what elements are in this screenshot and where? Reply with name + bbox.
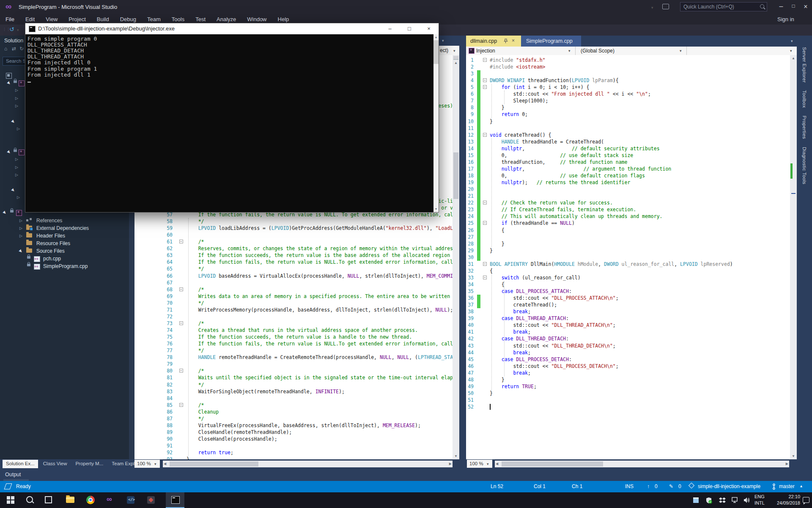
status-repo-name[interactable]: simple-dll-injection-example: [698, 483, 760, 489]
code-line[interactable]: 65 */: [129, 265, 453, 272]
fold-collapse-icon[interactable]: −: [483, 85, 487, 89]
side-tab-toolbox[interactable]: Toolbox: [802, 90, 807, 108]
fold-collapse-icon[interactable]: −: [483, 78, 487, 82]
output-panel-label[interactable]: Output: [5, 472, 21, 478]
collapsed-arrow-icon[interactable]: ▷: [15, 173, 18, 177]
pinned-app-icon[interactable]: </>: [127, 496, 134, 504]
fold-collapse-icon[interactable]: −: [483, 262, 487, 266]
code-line[interactable]: 47 break;: [466, 370, 790, 376]
sign-in-link[interactable]: Sign in: [777, 16, 794, 22]
code-line[interactable]: 46 std::cout << "DLL_PROCESS_DETACH\n";: [466, 363, 790, 370]
navbar-member-dropdown[interactable]: ▾: [687, 47, 797, 55]
navbar-context-dropdown[interactable]: Injection ▾: [466, 47, 576, 55]
code-line[interactable]: 74 Creates a thread that runs in the vir…: [129, 327, 453, 334]
side-tab-server-explorer[interactable]: Server Explorer: [802, 47, 807, 83]
collapsed-arrow-icon[interactable]: ▷: [15, 88, 18, 92]
middle-editor-hscrollbar[interactable]: ◀ ▶: [163, 461, 453, 467]
code-line[interactable]: 78 HANDLE remoteThreadHandle = CreateRem…: [129, 354, 453, 361]
code-line[interactable]: 13 HANDLE threadHandle = CreateThread(: [466, 138, 790, 145]
fold-collapse-icon[interactable]: −: [179, 369, 183, 373]
status-branch-name[interactable]: master: [779, 483, 795, 489]
scroll-right-icon[interactable]: ▶: [786, 461, 788, 467]
code-line[interactable]: 90 CloseHandle(processHandle);: [129, 436, 453, 442]
tool-tab-property-m-[interactable]: Property M...: [72, 460, 107, 468]
console-window[interactable]: D:\Tools\simple-dll-injection-example\De…: [25, 23, 439, 213]
fold-collapse-icon[interactable]: −: [483, 133, 487, 137]
scroll-left-icon[interactable]: ◀: [496, 461, 498, 467]
code-line[interactable]: 59 LPVOID loadLibAddress = (LPVOID)GetPr…: [129, 225, 453, 232]
right-zoom-dropdown-icon[interactable]: ▾: [487, 462, 489, 466]
code-line[interactable]: 21: [466, 193, 790, 199]
quick-launch-input[interactable]: Quick Launch (Ctrl+Q): [680, 2, 767, 11]
code-line[interactable]: 43 std::cout << "DLL_THREAD_DETACH\n";: [466, 342, 790, 349]
active-task-button[interactable]: [166, 492, 184, 508]
code-line[interactable]: 85− /*: [129, 402, 453, 409]
code-line[interactable]: 31−BOOL APIENTRY DllMain(HMODULE hModule…: [466, 261, 790, 268]
code-line[interactable]: 33− switch (ul_reason_for_call): [466, 274, 790, 281]
collapsed-arrow-icon[interactable]: ▷: [17, 127, 20, 131]
expanded-arrow-icon[interactable]: ▶: [11, 188, 16, 193]
code-line[interactable]: 1−#include "stdafx.h": [466, 57, 790, 64]
collapsed-arrow-icon[interactable]: ▷: [15, 104, 18, 108]
fold-collapse-icon[interactable]: −: [179, 240, 183, 243]
code-line[interactable]: 72: [129, 313, 453, 320]
code-line[interactable]: 16 threadFunction, // thread function na…: [466, 159, 790, 166]
maximize-button[interactable]: □: [787, 3, 799, 9]
right-editor-vscrollbar[interactable]: ▲ ▼: [790, 55, 797, 459]
side-tab-properties[interactable]: Properties: [802, 116, 807, 139]
code-line[interactable]: 50}: [466, 390, 790, 397]
code-line[interactable]: 61− /*: [129, 238, 453, 245]
right-editor-hscrollbar[interactable]: ◀ ▶: [495, 461, 789, 467]
code-line[interactable]: 3: [466, 70, 790, 77]
collapsed-arrow-icon[interactable]: ▷: [19, 218, 22, 223]
code-line[interactable]: 64 If the function fails, the return val…: [129, 259, 453, 265]
scroll-up-icon[interactable]: ▲: [453, 60, 459, 66]
code-line[interactable]: 75 If the function succeeds, the return …: [129, 334, 453, 340]
fold-collapse-icon[interactable]: −: [483, 221, 487, 225]
code-line[interactable]: 4−DWORD WINAPI threadFunction(LPVOID lpP…: [466, 77, 790, 84]
code-line[interactable]: 6 std::cout << "From injected dll " << i…: [466, 91, 790, 97]
file-explorer-icon[interactable]: [66, 497, 74, 503]
console-maximize-button[interactable]: □: [400, 23, 419, 34]
scroll-right-icon[interactable]: ▶: [449, 461, 452, 467]
code-line[interactable]: 70 */: [129, 300, 453, 306]
fold-collapse-icon[interactable]: −: [483, 276, 487, 279]
scroll-down-icon[interactable]: ▼: [433, 206, 439, 212]
code-line[interactable]: 48 }: [466, 376, 790, 383]
start-button[interactable]: [7, 496, 14, 504]
side-tab-diagnostic-tools[interactable]: Diagnostic Tools: [802, 147, 807, 184]
editor-splitter[interactable]: [459, 36, 466, 469]
console-scrollbar[interactable]: ▲ ▼: [433, 34, 439, 212]
scroll-up-icon[interactable]: ▲: [433, 34, 439, 40]
code-line[interactable]: 37 createThread();: [466, 301, 790, 308]
fold-collapse-icon[interactable]: −: [483, 58, 487, 62]
tray-language-indicator[interactable]: ENG INTL: [754, 494, 765, 506]
expanded-arrow-icon[interactable]: ▶: [11, 119, 16, 124]
expanded-arrow-icon[interactable]: ▶: [6, 80, 11, 86]
code-line[interactable]: 20: [466, 186, 790, 193]
code-line[interactable]: 93}: [129, 456, 453, 459]
code-line[interactable]: 15 0, // use default stack size: [466, 152, 790, 159]
collapsed-arrow-icon[interactable]: ▷: [19, 226, 22, 230]
code-line[interactable]: 86 Cleanup: [129, 409, 453, 415]
tool-tab-solution-ex-[interactable]: Solution Ex...: [3, 460, 38, 468]
console-minimize-button[interactable]: –: [380, 23, 400, 34]
fold-collapse-icon[interactable]: −: [179, 287, 183, 291]
tray-network-icon[interactable]: [732, 497, 739, 503]
tree-item-header-files[interactable]: ▷Header Files: [0, 232, 129, 240]
code-line[interactable]: 67: [129, 279, 453, 286]
code-line[interactable]: 69 Writes data to an area of memory in a…: [129, 293, 453, 300]
code-line[interactable]: 42 case DLL_THREAD_DETACH:: [466, 335, 790, 342]
branch-menu-caret-icon[interactable]: ▴: [800, 483, 802, 488]
expanded-arrow-icon[interactable]: ▶: [6, 149, 11, 155]
code-line[interactable]: 63 If the function succeeds, the return …: [129, 252, 453, 259]
code-line[interactable]: 77 */: [129, 347, 453, 354]
collapsed-arrow-icon[interactable]: ▷: [15, 165, 18, 169]
code-line[interactable]: 35 case DLL_PROCESS_ATTACH:: [466, 288, 790, 295]
code-line[interactable]: 25− if (threadHandle == NULL): [466, 220, 790, 226]
right-zoom-control[interactable]: 100 % ▾: [467, 460, 492, 468]
code-line[interactable]: 17 nullptr, // argument to thread functi…: [466, 166, 790, 172]
code-line[interactable]: 12−void createThread() {: [466, 132, 790, 138]
pencil-icon[interactable]: ✎: [669, 483, 673, 489]
splitter-handle[interactable]: [453, 56, 458, 60]
